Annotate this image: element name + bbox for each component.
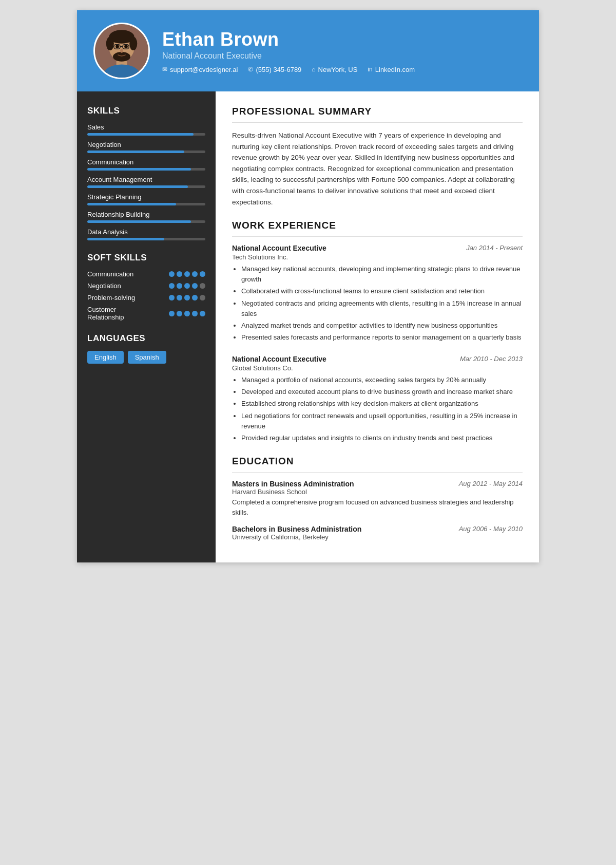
contact-email: ✉ support@cvdesigner.ai [162, 66, 238, 73]
email-text: support@cvdesigner.ai [170, 66, 238, 73]
soft-skill-problem-solving: Problem-solving [87, 294, 205, 302]
work-section-title: WORK EXPERIENCE [232, 220, 523, 231]
skills-list: Sales Negotiation Communication Account … [87, 123, 205, 240]
svg-point-8 [116, 45, 119, 48]
skills-title: SKILLS [87, 106, 205, 116]
resume-container: Ethan Brown National Account Executive ✉… [77, 10, 539, 562]
job-1-dates: Jan 2014 - Present [466, 244, 523, 252]
skill-negotiation: Negotiation [87, 141, 205, 153]
avatar [93, 23, 150, 79]
job-1-company: Tech Solutions Inc. [232, 253, 523, 261]
list-item: Managed key national accounts, developin… [241, 264, 523, 285]
list-item: Provided regular updates and insights to… [241, 433, 523, 443]
edu-1-desc: Completed a comprehensive program focuse… [232, 497, 523, 518]
list-item: Negotiated contracts and pricing agreeme… [241, 298, 523, 319]
education-section-title: EDUCATION [232, 456, 523, 467]
candidate-title: National Account Executive [162, 51, 523, 61]
avatar-image [95, 23, 148, 79]
edu-2-header: Bachelors in Business Administration Aug… [232, 525, 523, 533]
skill-communication: Communication [87, 158, 205, 171]
list-item: Led negotiations for contract renewals a… [241, 411, 523, 431]
header-info: Ethan Brown National Account Executive ✉… [162, 29, 523, 73]
job-2-header: National Account Executive Mar 2010 - De… [232, 355, 523, 363]
phone-icon: ✆ [248, 66, 253, 73]
job-1-bullets: Managed key national accounts, developin… [232, 264, 523, 343]
candidate-name: Ethan Brown [162, 29, 523, 50]
linkedin-text: LinkedIn.com [375, 66, 415, 73]
svg-point-7 [113, 52, 130, 62]
resume-header: Ethan Brown National Account Executive ✉… [77, 10, 539, 91]
job-1: National Account Executive Jan 2014 - Pr… [232, 244, 523, 343]
linkedin-icon: in [368, 66, 372, 73]
contact-linkedin: in LinkedIn.com [368, 66, 415, 73]
skill-data-analysis: Data Analysis [87, 228, 205, 240]
contact-list: ✉ support@cvdesigner.ai ✆ (555) 345-6789… [162, 66, 523, 73]
soft-skills-list: Communication Negotiation [87, 270, 205, 321]
soft-skill-customer-relationship: CustomerRelationship [87, 306, 205, 321]
edu-2-degree: Bachelors in Business Administration [232, 525, 361, 533]
soft-skill-communication: Communication [87, 270, 205, 278]
list-item: Managed a portfolio of national accounts… [241, 375, 523, 385]
languages-title: LANGUAGES [87, 333, 205, 344]
contact-phone: ✆ (555) 345-6789 [248, 66, 301, 73]
summary-text: Results-driven National Account Executiv… [232, 130, 523, 208]
skill-account-management: Account Management [87, 176, 205, 188]
soft-skills-title: SOFT SKILLS [87, 253, 205, 263]
language-spanish: Spanish [128, 351, 166, 364]
location-icon: ⌂ [312, 66, 315, 73]
education-divider [232, 472, 523, 473]
svg-point-5 [106, 37, 114, 50]
job-2-dates: Mar 2010 - Dec 2013 [460, 355, 523, 363]
languages-list: English Spanish [87, 351, 205, 364]
summary-section-title: PROFESSIONAL SUMMARY [232, 106, 523, 117]
job-2-company: Global Solutions Co. [232, 364, 523, 372]
work-divider [232, 236, 523, 237]
svg-point-6 [129, 37, 137, 50]
language-english: English [87, 351, 124, 364]
edu-1: Masters in Business Administration Aug 2… [232, 480, 523, 518]
edu-1-dates: Aug 2012 - May 2014 [459, 480, 523, 487]
list-item: Developed and executed account plans to … [241, 387, 523, 397]
svg-point-9 [124, 45, 128, 48]
contact-location: ⌂ NewYork, US [312, 66, 357, 73]
skill-strategic-planning: Strategic Planning [87, 193, 205, 205]
list-item: Established strong relationships with ke… [241, 399, 523, 409]
summary-divider [232, 122, 523, 123]
edu-1-school: Harvard Business School [232, 488, 523, 496]
sidebar: SKILLS Sales Negotiation Communication A… [77, 91, 216, 562]
resume-body: SKILLS Sales Negotiation Communication A… [77, 91, 539, 562]
job-2: National Account Executive Mar 2010 - De… [232, 355, 523, 443]
email-icon: ✉ [162, 66, 167, 73]
skill-sales: Sales [87, 123, 205, 136]
list-item: Collaborated with cross-functional teams… [241, 286, 523, 296]
edu-2-school: University of California, Berkeley [232, 533, 523, 541]
location-text: NewYork, US [318, 66, 358, 73]
phone-text: (555) 345-6789 [256, 66, 301, 73]
edu-1-header: Masters in Business Administration Aug 2… [232, 480, 523, 488]
soft-skill-negotiation: Negotiation [87, 282, 205, 290]
edu-1-degree: Masters in Business Administration [232, 480, 354, 488]
edu-2-dates: Aug 2006 - May 2010 [459, 525, 523, 533]
svg-point-13 [120, 49, 123, 53]
edu-2: Bachelors in Business Administration Aug… [232, 525, 523, 541]
job-2-title: National Account Executive [232, 355, 326, 363]
list-item: Presented sales forecasts and performanc… [241, 332, 523, 343]
job-1-title: National Account Executive [232, 244, 326, 252]
job-2-bullets: Managed a portfolio of national accounts… [232, 375, 523, 443]
skill-relationship-building: Relationship Building [87, 211, 205, 223]
job-1-header: National Account Executive Jan 2014 - Pr… [232, 244, 523, 252]
main-content: PROFESSIONAL SUMMARY Results-driven Nati… [216, 91, 539, 562]
list-item: Analyzed market trends and competitor ac… [241, 321, 523, 331]
